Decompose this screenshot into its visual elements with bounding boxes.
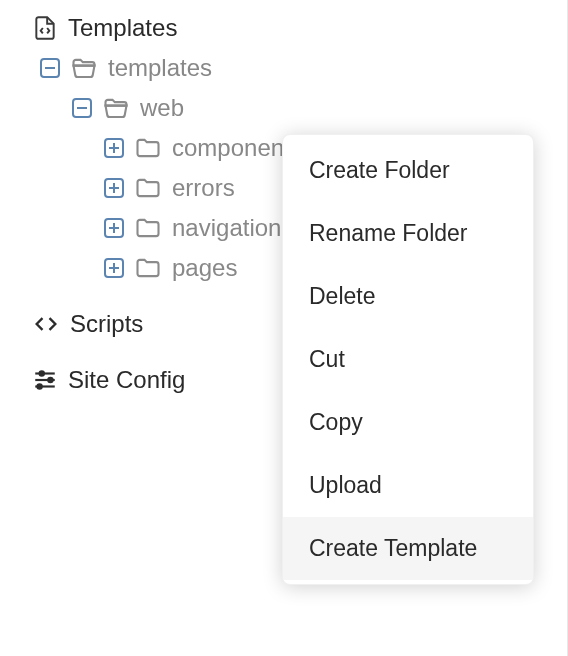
folder-icon (134, 174, 162, 202)
menu-item-rename-folder[interactable]: Rename Folder (283, 202, 533, 265)
menu-item-delete[interactable]: Delete (283, 265, 533, 328)
tree-item-label: navigation (172, 216, 281, 240)
folder-icon (134, 254, 162, 282)
templates-section-header[interactable]: Templates (0, 8, 567, 48)
folder-icon (134, 134, 162, 162)
collapse-icon[interactable] (72, 98, 92, 118)
tree-item-templates[interactable]: templates (0, 48, 567, 88)
expand-icon[interactable] (104, 178, 124, 198)
templates-section-label: Templates (68, 16, 177, 40)
sliders-icon (32, 367, 58, 393)
tree-item-label: web (140, 96, 184, 120)
menu-item-copy[interactable]: Copy (283, 391, 533, 454)
code-file-icon (32, 15, 58, 41)
tree-item-label: pages (172, 256, 237, 280)
expand-icon[interactable] (104, 258, 124, 278)
scripts-section-label: Scripts (70, 312, 143, 336)
folder-open-icon (102, 94, 130, 122)
siteconfig-section-label: Site Config (68, 368, 185, 392)
tree-item-label: errors (172, 176, 235, 200)
svg-point-1 (40, 371, 44, 375)
code-icon (32, 310, 60, 338)
tree-item-web[interactable]: web (0, 88, 567, 128)
menu-item-upload[interactable]: Upload (283, 454, 533, 517)
folder-open-icon (70, 54, 98, 82)
svg-point-5 (37, 384, 41, 388)
folder-icon (134, 214, 162, 242)
context-menu: Create Folder Rename Folder Delete Cut C… (282, 134, 534, 585)
menu-item-create-folder[interactable]: Create Folder (283, 139, 533, 202)
svg-point-3 (48, 378, 52, 382)
expand-icon[interactable] (104, 138, 124, 158)
tree-item-label: templates (108, 56, 212, 80)
menu-item-cut[interactable]: Cut (283, 328, 533, 391)
menu-item-create-template[interactable]: Create Template (283, 517, 533, 580)
collapse-icon[interactable] (40, 58, 60, 78)
sidebar: Templates templates web components error… (0, 0, 568, 656)
expand-icon[interactable] (104, 218, 124, 238)
